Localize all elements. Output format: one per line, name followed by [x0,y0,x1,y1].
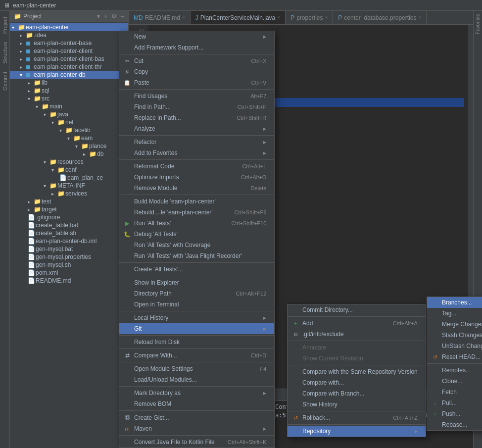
tree-lib[interactable]: ▸ 📁 lib [10,79,128,87]
tree-client[interactable]: ▸ ◼ eam-plan-center-client [10,47,128,55]
tree-idea[interactable]: ▸ 📁 .idea [10,31,128,39]
git-show-history[interactable]: Show History [288,399,426,410]
project-minimize-icon[interactable]: – [121,13,124,20]
menu-new[interactable]: New ▸ [119,31,274,42]
tree-create-bat[interactable]: 📄 create_table.bat [10,221,128,229]
menu-find-in-path[interactable]: Find in Path... Ctrl+Shift+F [119,101,274,112]
tree-plance[interactable]: ▾ 📁 plance [10,142,128,150]
project-header-dropdown-icon[interactable]: ▾ [97,13,100,20]
tab-plan-center-main[interactable]: J PlanCenterServiceMain.java × [191,11,286,24]
tree-eam[interactable]: ▾ 📁 eam [10,134,128,142]
props-tab-close[interactable]: × [325,15,328,20]
repo-fetch[interactable]: Fetch [427,387,482,398]
menu-cut[interactable]: ✂ Cut Ctrl+X [119,55,274,66]
menu-paste[interactable]: 📋 Paste Ctrl+V [119,77,274,88]
tree-client-bas[interactable]: ▸ ◼ eam-plan-center-client-bas [10,55,128,63]
tree-meta-inf[interactable]: ▾ 📁 META-INF [10,182,128,190]
repo-unstash[interactable]: UnStash Changes... [427,341,482,351]
vtab-structure[interactable]: Structure [1,40,9,66]
menu-mark-directory[interactable]: Mark Directory as ▸ [119,388,274,398]
tree-src[interactable]: ▾ 📁 src [10,95,128,102]
menu-remove-bom[interactable]: Remove BOM [119,398,274,409]
menu-create-gist[interactable]: ⑬ Create Gist... [119,412,274,423]
menu-reload-disk[interactable]: Reload from Disk [119,337,274,348]
repo-reset-head[interactable]: ↺ Reset HEAD... [427,351,482,362]
menu-local-history[interactable]: Local History ▸ [119,312,274,323]
tree-java[interactable]: ▾ 📁 java [10,110,128,118]
menu-replace-in-path[interactable]: Replace in Path... Ctrl+Shift+R [119,112,274,123]
git-add[interactable]: + Add Ctrl+Alt+A [288,318,426,329]
tree-gen-bat[interactable]: 📄 gen-mysql.bat [10,245,128,253]
repo-push[interactable]: ↑ Push... [427,408,482,419]
repo-tag[interactable]: Tag... [427,308,482,319]
menu-run-all-tests[interactable]: ▶ Run 'All Tests' Ctrl+Shift+F10 [119,218,274,229]
tree-create-sh[interactable]: 📄 create_table.sh [10,229,128,237]
tree-resources[interactable]: ▾ 📁 resources [10,158,128,166]
menu-run-with-jfr[interactable]: Run 'All Tests' with 'Java Flight Record… [119,250,274,261]
menu-find-usages[interactable]: Find Usages Alt+F7 [119,91,274,101]
project-add-icon[interactable]: + [104,13,107,20]
menu-show-explorer[interactable]: Show in Explorer [119,277,274,288]
tab-readme[interactable]: MD README.md × [129,11,191,24]
tree-gen-sh[interactable]: 📄 gen-mysql.sh [10,261,128,269]
tree-pom[interactable]: 📄 pom.xml [10,269,128,277]
menu-git[interactable]: Git ▸ [119,323,274,334]
vtab-commit[interactable]: Commit [1,70,9,93]
menu-maven[interactable]: m Maven ▸ [119,423,274,434]
tree-db-sub[interactable]: ▸ 📁 db [10,150,128,158]
git-repository[interactable]: Repository ▸ [288,426,426,437]
menu-create-all-tests[interactable]: Create 'All Tests'... [119,264,274,275]
menu-copy[interactable]: ⎘ Copy [119,66,274,77]
tree-eam-plan-ce[interactable]: 📄 eam_plan_ce [10,174,128,182]
menu-load-unload[interactable]: Load/Unload Modules... [119,374,274,385]
tree-services[interactable]: ▸ 📁 services [10,190,128,198]
tree-base[interactable]: ▸ ◼ eam-plan-center-base [10,39,128,47]
menu-rebuild[interactable]: Rebuild ...le 'eam-plan-center' Ctrl+Shi… [119,207,274,218]
tab-center-db[interactable]: P center_database.properties × [333,11,427,24]
git-compare-same-repo[interactable]: Compare with the Same Repository Version [288,366,426,377]
tree-conf[interactable]: ▾ 📁 conf [10,166,128,174]
repo-remotes[interactable]: Remotes... [427,365,482,376]
git-compare-with[interactable]: Compare with... [288,377,426,388]
fav-tab-label[interactable]: Favorites [474,13,482,35]
tree-net[interactable]: ▾ 📁 net [10,118,128,126]
menu-directory-path[interactable]: Directory Path Ctrl+Alt+F12 [119,288,274,299]
git-compare-branch[interactable]: Compare with Branch... [288,388,426,399]
menu-convert-kotlin[interactable]: Convert Java File to Kotlin File Ctrl+Al… [119,437,274,448]
menu-reformat[interactable]: Reformat Code Ctrl+Alt+L [119,161,274,172]
db-tab-close[interactable]: × [418,15,421,20]
tree-main[interactable]: ▾ 📁 main [10,102,128,110]
repo-pull[interactable]: ↓ Pull... [427,398,482,408]
git-gitinfo[interactable]: ⊙ .git/info/exclude [288,329,426,340]
vtab-project[interactable]: Project [1,15,9,36]
menu-add-framework[interactable]: Add Framework Support... [119,42,274,53]
tree-gitignore[interactable]: 📄 .gitignore [10,213,128,221]
tree-root[interactable]: ▾ 📁 eam-plan-center [10,23,128,31]
menu-compare-with[interactable]: ⇄ Compare With... Ctrl+D [119,350,274,361]
menu-build-module[interactable]: Build Module 'eam-plan-center' [119,196,274,207]
project-settings-icon[interactable]: ⚙ [111,13,117,20]
repo-merge[interactable]: Merge Changes [427,319,482,330]
menu-run-with-coverage[interactable]: Run 'All Tests' with Coverage [119,240,274,250]
git-commit-dir[interactable]: Commit Directory... [288,304,426,315]
tree-sql[interactable]: ▸ 📁 sql [10,87,128,95]
menu-optimize-imports[interactable]: Optimize Imports Ctrl+Alt+O [119,172,274,183]
tree-facelib[interactable]: ▾ 📁 facelib [10,126,128,134]
tree-db[interactable]: ▾ ◼ eam-plan-center-db [10,71,128,79]
menu-refactor[interactable]: Refactor ▸ [119,137,274,148]
tree-gen-props[interactable]: 📄 gen-mysql.properties [10,253,128,261]
repo-rebase[interactable]: Rebase... [427,419,482,430]
tab-properties[interactable]: P properties × [286,11,333,24]
tree-test[interactable]: ▸ 📁 test [10,198,128,205]
menu-debug-all-tests[interactable]: 🐛 Debug 'All Tests' [119,229,274,240]
java-tab-close[interactable]: × [277,15,280,20]
menu-module-settings[interactable]: Open Module Settings F4 [119,363,274,374]
menu-analyze[interactable]: Analyze ▸ [119,123,274,134]
repo-branches[interactable]: Branches... [427,297,482,308]
git-rollback[interactable]: ↺ Rollback... Ctrl+Alt+Z [288,412,426,423]
tree-iml[interactable]: 📄 eam-plan-center-db.iml [10,237,128,245]
tree-client-thr[interactable]: ▸ ◼ eam-plan-center-client-thr [10,63,128,71]
repo-stash[interactable]: Stash Changes [427,330,482,341]
menu-open-terminal[interactable]: Open in Terminal [119,299,274,310]
menu-remove-module[interactable]: Remove Module Delete [119,183,274,194]
